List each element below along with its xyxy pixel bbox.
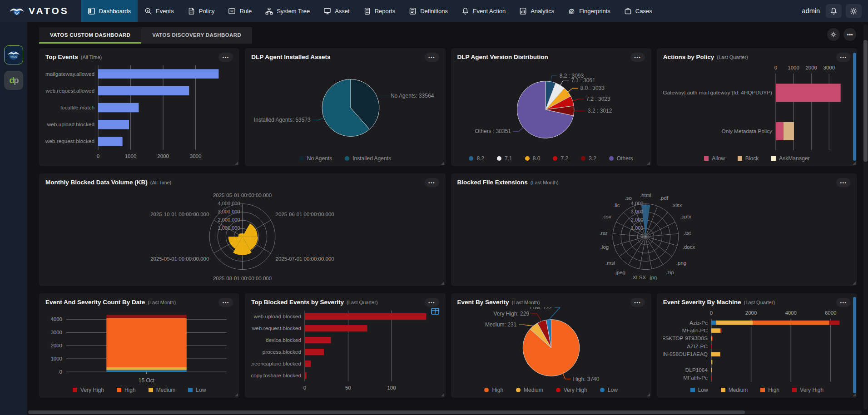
sidebar-vatos-app-button[interactable]: VATOS <box>4 45 23 64</box>
nav-item-cases[interactable]: Cases <box>617 0 659 22</box>
bar-segment[interactable] <box>305 313 426 320</box>
sidebar-dp-app-button[interactable]: dp <box>4 71 23 90</box>
dashboard-settings-button[interactable] <box>827 28 840 41</box>
card-menu-button[interactable]: ••• <box>425 178 439 187</box>
nav-item-policy[interactable]: Policy <box>181 0 222 22</box>
horizontal-scrollbar[interactable] <box>28 410 862 414</box>
settings-button[interactable] <box>846 4 862 18</box>
legend-item-7.2[interactable]: 7.2 <box>553 155 568 162</box>
nav-item-rule[interactable]: vxRule <box>221 0 258 22</box>
legend-item-others[interactable]: Others <box>609 155 633 162</box>
nav-item-analytics[interactable]: Analytics <box>512 0 561 22</box>
stack-layer-Low[interactable] <box>106 370 186 372</box>
legend-item-8.2[interactable]: 8.2 <box>469 155 484 162</box>
nav-item-events[interactable]: eEvents <box>138 0 181 22</box>
legend-item-no-agents[interactable]: No Agents <box>299 155 332 162</box>
card-menu-button[interactable]: ••• <box>218 53 233 62</box>
polar-wedge-2025-06-01 00:00:00.000[interactable] <box>243 223 258 237</box>
card-subtitle: (Last Month) <box>148 300 176 305</box>
bar-segment[interactable] <box>711 360 712 365</box>
tab-vatos-discovery-dashboard[interactable]: VATOS DISCOVERY DASHBOARD <box>141 27 252 44</box>
bar-segment[interactable] <box>711 321 716 325</box>
legend-item-medium[interactable]: Medium <box>516 387 543 393</box>
pie-slice-label: 3.2 : 3012 <box>588 108 612 114</box>
nav-item-label: Events <box>156 8 174 15</box>
card-scrollbar[interactable] <box>853 53 856 161</box>
polar-category-label: .html <box>640 193 651 198</box>
legend-item-low[interactable]: Low <box>690 387 708 393</box>
bar-segment[interactable] <box>776 122 784 140</box>
nav-item-definitions[interactable]: Definitions <box>402 0 455 22</box>
legend-item-7.1[interactable]: 7.1 <box>497 155 512 162</box>
card-menu-button[interactable]: ••• <box>425 298 439 307</box>
notifications-button[interactable] <box>826 4 842 18</box>
card-scrollbar[interactable] <box>853 297 856 393</box>
bar-segment[interactable] <box>711 376 712 380</box>
dashboard-more-button[interactable]: ••• <box>843 28 856 41</box>
polar-category-label: .png <box>676 260 686 266</box>
card-menu-button[interactable]: ••• <box>836 53 851 62</box>
bar-segment[interactable] <box>711 368 712 372</box>
nav-item-reports[interactable]: Reports <box>357 0 402 22</box>
legend-item-low[interactable]: Low <box>188 387 206 393</box>
stack-layer-High[interactable] <box>106 318 186 367</box>
legend-item-low[interactable]: Low <box>600 387 618 393</box>
axis-tick-label: 3000 <box>50 330 62 335</box>
card-menu-button[interactable]: ••• <box>630 53 645 62</box>
bar-segment[interactable] <box>305 361 311 367</box>
bar-segment[interactable] <box>305 349 324 355</box>
card-title: DLP Agent Installed Assets <box>251 54 330 60</box>
bar-segment[interactable] <box>305 325 367 331</box>
bar-segment[interactable] <box>98 69 218 79</box>
legend-item-medium[interactable]: Medium <box>721 387 748 393</box>
nav-item-event-action[interactable]: Event Action <box>455 0 512 22</box>
legend-item-3.2[interactable]: 3.2 <box>581 155 596 162</box>
bar-segment[interactable] <box>711 328 721 333</box>
bar-segment[interactable] <box>305 337 331 343</box>
radial-tick-label: 1,000,000 <box>218 225 240 231</box>
bar-segment[interactable] <box>98 120 129 129</box>
bar-segment[interactable] <box>98 86 189 96</box>
brand[interactable]: VATOS <box>0 5 81 16</box>
bar-segment[interactable] <box>712 336 713 341</box>
bar-segment[interactable] <box>98 103 139 113</box>
legend-item-block[interactable]: Block <box>738 155 759 162</box>
legend-item-high[interactable]: High <box>484 387 503 393</box>
bar-segment[interactable] <box>720 328 721 333</box>
nav-item-fingerprints[interactable]: Fingerprints <box>561 0 617 22</box>
bar-segment[interactable] <box>784 122 794 140</box>
legend-item-very-high[interactable]: Very High <box>556 387 587 393</box>
bar-segment[interactable] <box>776 84 841 102</box>
bar-segment[interactable] <box>711 344 712 349</box>
label-leader-line <box>377 96 388 98</box>
legend-item-8.0[interactable]: 8.0 <box>525 155 541 162</box>
legend-item-very-high[interactable]: Very High <box>792 387 823 393</box>
stack-layer-Very High[interactable] <box>106 315 186 318</box>
card-menu-button[interactable]: ••• <box>425 53 439 62</box>
bar-segment[interactable] <box>711 352 720 356</box>
bar-segment[interactable] <box>753 321 829 325</box>
nav-item-asset[interactable]: Asset <box>317 0 357 22</box>
polar-category-label: .msi <box>605 260 615 266</box>
nav-item-dashboards[interactable]: Dashboards <box>81 0 138 22</box>
legend-item-very-high[interactable]: Very High <box>73 387 104 393</box>
bar-segment[interactable] <box>305 372 307 379</box>
bar-segment[interactable] <box>716 321 753 325</box>
legend-item-allow[interactable]: Allow <box>704 155 725 162</box>
tab-vatos-custom-dashboard[interactable]: VATOS CUSTOM DASHBOARD <box>39 27 141 44</box>
card-menu-button[interactable]: ••• <box>836 298 851 307</box>
legend-item-askmanager[interactable]: AskManager <box>771 155 809 162</box>
legend-item-high[interactable]: High <box>117 387 136 393</box>
stack-layer-Medium[interactable] <box>106 367 186 370</box>
table-view-icon[interactable] <box>431 308 439 315</box>
bar-segment[interactable] <box>829 321 839 325</box>
legend-item-high[interactable]: High <box>760 387 779 393</box>
nav-item-system-tree[interactable]: System Tree <box>258 0 317 22</box>
bar-segment[interactable] <box>98 137 123 146</box>
legend-item-installed-agents[interactable]: Installed Agents <box>345 155 391 162</box>
card-menu-button[interactable]: ••• <box>630 298 645 307</box>
vertical-scrollbar[interactable] <box>863 25 868 410</box>
legend-item-medium[interactable]: Medium <box>149 387 176 393</box>
card-menu-button[interactable]: ••• <box>218 298 233 307</box>
card-menu-button[interactable]: ••• <box>836 178 851 187</box>
